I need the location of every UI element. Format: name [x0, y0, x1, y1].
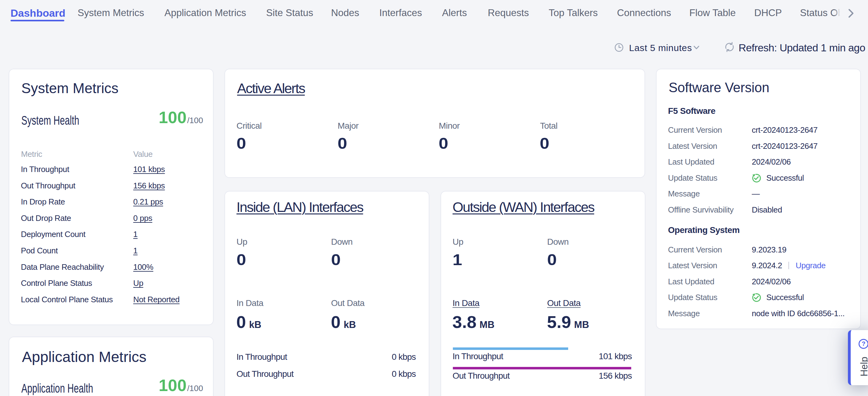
svg-text:?: ?: [862, 340, 865, 347]
